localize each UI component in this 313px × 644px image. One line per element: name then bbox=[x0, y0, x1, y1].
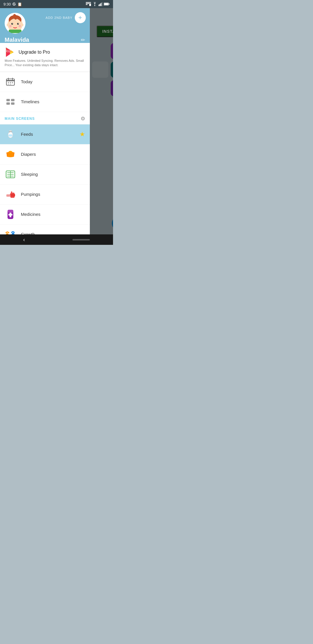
signal-icon bbox=[99, 2, 103, 6]
svg-point-16 bbox=[21, 23, 23, 26]
upgrade-description: More Features. Unlimited Syncing. Remove… bbox=[5, 59, 85, 68]
svg-rect-10 bbox=[104, 3, 108, 5]
home-pill[interactable] bbox=[72, 239, 90, 240]
medicine-icon bbox=[5, 209, 16, 220]
bottom-nav-bar: ‹ bbox=[0, 234, 113, 245]
menu-item-feeds[interactable]: Feeds ★ bbox=[0, 124, 90, 144]
diaper-icon bbox=[5, 149, 16, 160]
menu-item-sleeping[interactable]: Sleeping bbox=[0, 164, 90, 184]
svg-rect-1 bbox=[86, 3, 89, 4]
user-stats: 0oz, 0in bbox=[5, 49, 85, 53]
baby-avatar-svg bbox=[5, 13, 25, 33]
svg-rect-6 bbox=[100, 4, 101, 6]
svg-rect-36 bbox=[8, 84, 9, 85]
clipboard-icon: 📋 bbox=[17, 2, 22, 6]
svg-rect-35 bbox=[12, 82, 13, 83]
time: 9:30 bbox=[3, 2, 11, 6]
svg-rect-40 bbox=[6, 102, 10, 105]
add-circle-icon: + bbox=[75, 12, 86, 23]
svg-point-46 bbox=[9, 132, 10, 133]
sleeping-icon bbox=[5, 169, 16, 180]
menu-feeds-label: Feeds bbox=[21, 132, 75, 137]
menu-diapers-label: Diapers bbox=[21, 152, 85, 157]
cast-icon bbox=[86, 2, 91, 6]
menu-growth-label: Growth bbox=[21, 232, 85, 234]
back-button[interactable]: ‹ bbox=[23, 237, 25, 243]
svg-rect-33 bbox=[8, 82, 9, 83]
timelines-icon bbox=[5, 96, 16, 108]
add-baby-button[interactable]: ADD 2ND BABY + bbox=[46, 12, 86, 23]
svg-point-18 bbox=[17, 23, 19, 25]
user-info: Malavida ✏ Born Today! 0oz, 0in bbox=[5, 37, 85, 53]
svg-point-22 bbox=[19, 25, 21, 27]
main-container: ADD 2ND BABY + bbox=[0, 8, 113, 234]
menu-pumpings-label: Pumpings bbox=[21, 192, 85, 197]
status-bar: 9:30 G 📋 bbox=[0, 0, 113, 8]
svg-rect-54 bbox=[10, 194, 15, 197]
svg-rect-2 bbox=[86, 4, 88, 5]
svg-point-20 bbox=[18, 23, 19, 24]
add-baby-label: ADD 2ND BABY bbox=[46, 16, 72, 19]
pump-icon bbox=[5, 189, 16, 200]
svg-rect-37 bbox=[10, 84, 11, 85]
google-icon: G bbox=[12, 2, 16, 6]
svg-rect-8 bbox=[102, 2, 103, 6]
menu-medicines-label: Medicines bbox=[21, 212, 85, 217]
svg-rect-3 bbox=[89, 3, 91, 6]
section-title: MAIN SCREENS bbox=[5, 117, 35, 121]
menu-item-diapers[interactable]: Diapers bbox=[0, 144, 90, 164]
bottle-icon bbox=[5, 129, 16, 140]
svg-rect-11 bbox=[109, 3, 110, 4]
svg-rect-55 bbox=[6, 194, 10, 197]
drawer-header: ADD 2ND BABY + bbox=[0, 8, 90, 43]
svg-rect-34 bbox=[10, 82, 11, 83]
menu-item-timelines[interactable]: Timelines bbox=[0, 92, 90, 112]
calendar-icon bbox=[5, 76, 16, 88]
settings-gear-icon[interactable]: ⚙ bbox=[81, 115, 85, 122]
svg-rect-56 bbox=[11, 191, 12, 193]
svg-rect-45 bbox=[8, 134, 12, 137]
growth-icon bbox=[5, 229, 16, 234]
svg-rect-23 bbox=[9, 30, 21, 33]
star-badge: ★ bbox=[79, 131, 85, 138]
svg-point-19 bbox=[12, 23, 13, 24]
svg-rect-39 bbox=[11, 99, 14, 101]
svg-point-17 bbox=[11, 23, 13, 25]
svg-point-4 bbox=[94, 5, 95, 6]
menu-item-pumpings[interactable]: Pumpings bbox=[0, 184, 90, 205]
svg-rect-5 bbox=[99, 5, 99, 6]
menu-item-growth[interactable]: Growth bbox=[0, 225, 90, 234]
user-name: Malavida bbox=[5, 37, 29, 43]
menu-today-label: Today bbox=[21, 79, 85, 84]
menu-timelines-label: Timelines bbox=[21, 99, 85, 104]
status-right bbox=[86, 2, 110, 6]
svg-rect-7 bbox=[101, 3, 101, 6]
svg-rect-30 bbox=[6, 80, 14, 81]
svg-rect-0 bbox=[86, 2, 91, 3]
edit-profile-icon[interactable]: ✏ bbox=[81, 37, 85, 43]
menu-item-today[interactable]: Today bbox=[0, 72, 90, 92]
menu-sleeping-label: Sleeping bbox=[21, 172, 85, 177]
svg-rect-41 bbox=[11, 102, 14, 105]
svg-rect-58 bbox=[8, 210, 13, 213]
svg-rect-60 bbox=[8, 214, 12, 216]
battery-icon bbox=[104, 2, 110, 6]
status-left: 9:30 G 📋 bbox=[3, 2, 22, 6]
svg-point-65 bbox=[8, 232, 9, 233]
svg-point-14 bbox=[9, 19, 21, 31]
menu-item-medicines[interactable]: Medicines bbox=[0, 205, 90, 225]
svg-point-15 bbox=[7, 23, 10, 26]
user-born: Born Today! bbox=[5, 44, 85, 48]
wifi-icon bbox=[92, 2, 97, 6]
svg-rect-38 bbox=[6, 99, 10, 101]
main-screens-section-header: MAIN SCREENS ⚙ bbox=[0, 112, 90, 124]
svg-point-61 bbox=[6, 233, 9, 234]
svg-point-70 bbox=[14, 232, 15, 233]
svg-point-21 bbox=[9, 25, 12, 27]
drawer-scrim[interactable] bbox=[90, 8, 113, 234]
svg-point-47 bbox=[9, 151, 12, 153]
navigation-drawer: ADD 2ND BABY + bbox=[0, 8, 90, 234]
avatar bbox=[5, 13, 26, 34]
